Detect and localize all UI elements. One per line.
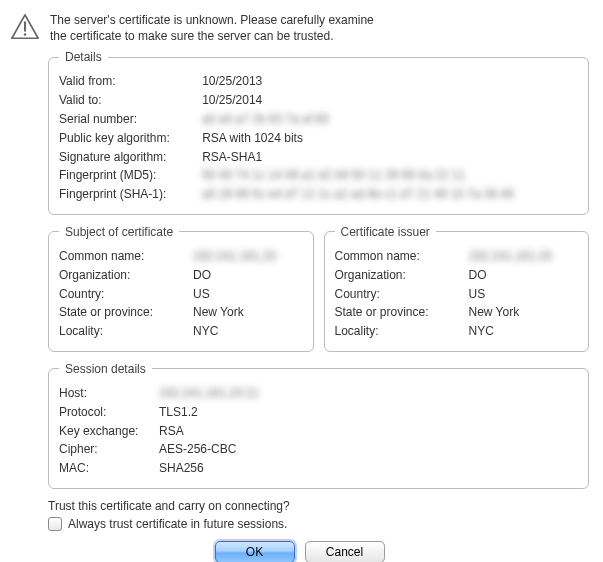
certificate-warning-dialog: The server's certificate is unknown. Ple… [0,0,603,562]
issuer-country-label: Country: [335,285,469,304]
issuer-locality-label: Locality: [335,322,469,341]
issuer-group: Certificate issuer Common name: 192.241.… [324,225,590,352]
issuer-locality-value: NYC [468,322,578,341]
valid-from-label: Valid from: [59,72,202,91]
serial-number-value: a0 a0 a7 2b 63 7a af 80 [202,112,329,126]
issuer-country-value: US [468,285,578,304]
subject-org-value: DO [193,266,303,285]
signature-algo-value: RSA-SHA1 [202,148,578,167]
protocol-value: TLS1.2 [159,403,578,422]
key-exchange-value: RSA [159,422,578,441]
subject-org-label: Organization: [59,266,193,285]
issuer-org-value: DO [468,266,578,285]
svg-point-1 [24,33,27,36]
subject-locality-label: Locality: [59,322,193,341]
warning-line: the certificate to make sure the server … [50,28,374,44]
cipher-value: AES-256-CBC [159,440,578,459]
issuer-cn-value: 192.241.161.20 [468,249,551,263]
mac-label: MAC: [59,459,159,478]
serial-number-label: Serial number: [59,110,202,129]
cipher-label: Cipher: [59,440,159,459]
issuer-cn-label: Common name: [335,247,469,266]
pubkey-algo-label: Public key algorithm: [59,129,202,148]
session-legend: Session details [59,362,152,376]
protocol-label: Protocol: [59,403,159,422]
subject-legend: Subject of certificate [59,225,179,239]
exclamation-triangle-icon [10,12,40,42]
subject-cn-label: Common name: [59,247,193,266]
always-trust-label: Always trust certificate in future sessi… [68,517,287,531]
valid-to-label: Valid to: [59,91,202,110]
signature-algo-label: Signature algorithm: [59,148,202,167]
cancel-button[interactable]: Cancel [305,541,385,562]
subject-locality-value: NYC [193,322,303,341]
subject-state-value: New York [193,303,303,322]
session-group: Session details Host: 192.241.161.20:21 … [48,362,589,489]
valid-from-value: 10/25/2013 [202,72,578,91]
fingerprint-md5-value: 50 40 74 1c 14 08 a1 d2 b9 50 11 39 95 0… [202,168,465,182]
host-value: 192.241.161.20:21 [159,386,259,400]
trust-question: Trust this certificate and carry on conn… [48,499,589,513]
warning-message: The server's certificate is unknown. Ple… [50,10,374,44]
issuer-state-value: New York [468,303,578,322]
mac-value: SHA256 [159,459,578,478]
details-group: Details Valid from: 10/25/2013 Valid to:… [48,50,589,215]
warning-line: The server's certificate is unknown. Ple… [50,12,374,28]
pubkey-algo-value: RSA with 1024 bits [202,129,578,148]
subject-group: Subject of certificate Common name: 192.… [48,225,314,352]
always-trust-checkbox[interactable] [48,517,62,531]
subject-state-label: State or province: [59,303,193,322]
valid-to-value: 10/25/2014 [202,91,578,110]
fingerprint-sha1-value: a5 28 98 5c e4 d7 12 1c a2 ad 8e c1 d7 2… [202,187,514,201]
host-label: Host: [59,384,159,403]
subject-cn-value: 192.241.161.20 [193,249,276,263]
details-legend: Details [59,50,108,64]
fingerprint-md5-label: Fingerprint (MD5): [59,166,202,185]
issuer-legend: Certificate issuer [335,225,436,239]
issuer-state-label: State or province: [335,303,469,322]
subject-country-label: Country: [59,285,193,304]
key-exchange-label: Key exchange: [59,422,159,441]
fingerprint-sha1-label: Fingerprint (SHA-1): [59,185,202,204]
subject-country-value: US [193,285,303,304]
issuer-org-label: Organization: [335,266,469,285]
ok-button[interactable]: OK [215,541,295,562]
